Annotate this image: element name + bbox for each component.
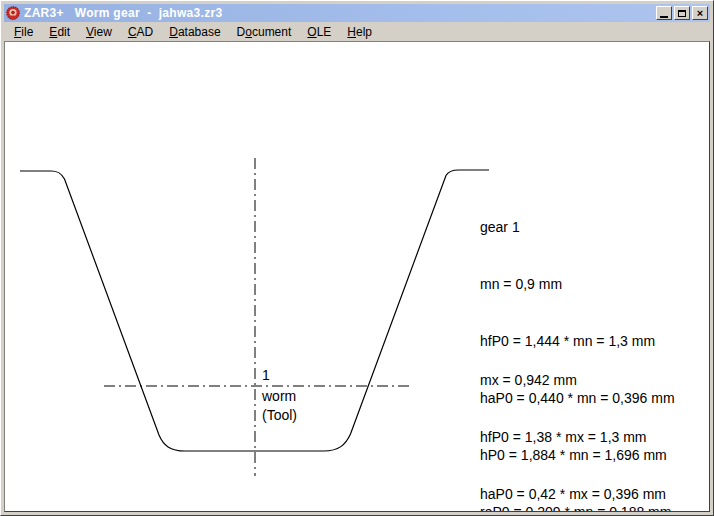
menu-document[interactable]: Document [229,23,300,41]
app-icon [6,6,20,20]
minimize-icon [660,16,668,18]
menu-bar: File Edit View CAD Database Document OLE… [4,22,710,41]
close-icon: × [697,8,703,18]
menu-view[interactable]: View [78,23,120,41]
annotation-line: hfP0 = 1,38 * mx = 1,3 mm [480,428,666,447]
menu-file[interactable]: File [6,23,41,41]
mx-annotation-block: mx = 0,942 mm hfP0 = 1,38 * mx = 1,3 mm … [480,333,666,512]
annotation-line: gear 1 [480,218,675,237]
menu-database[interactable]: Database [161,23,228,41]
annotation-line: mx = 0,942 mm [480,371,666,390]
section-number-label: 1 [262,367,270,383]
annotation-line: mn = 0,9 mm [480,275,675,294]
worm-label: worm [261,388,296,404]
minimize-button[interactable] [656,6,672,20]
app-window: ZAR3+ Worm gear - jahwa3.zr3 × File Edit… [0,0,714,516]
close-button[interactable]: × [692,6,708,20]
maximize-icon [678,10,686,17]
window-title: ZAR3+ Worm gear - jahwa3.zr3 [24,6,656,20]
drawing-area: 1 worm (Tool) gear 1 mn = 0,9 mm hfP0 = … [4,41,710,512]
menu-edit[interactable]: Edit [41,23,78,41]
title-bar[interactable]: ZAR3+ Worm gear - jahwa3.zr3 × [4,4,710,22]
menu-ole[interactable]: OLE [299,23,339,41]
maximize-button[interactable] [674,6,690,20]
tool-label: (Tool) [262,407,297,423]
menu-help[interactable]: Help [339,23,380,41]
menu-cad[interactable]: CAD [120,23,161,41]
annotation-line: haP0 = 0,42 * mx = 0,396 mm [480,485,666,504]
